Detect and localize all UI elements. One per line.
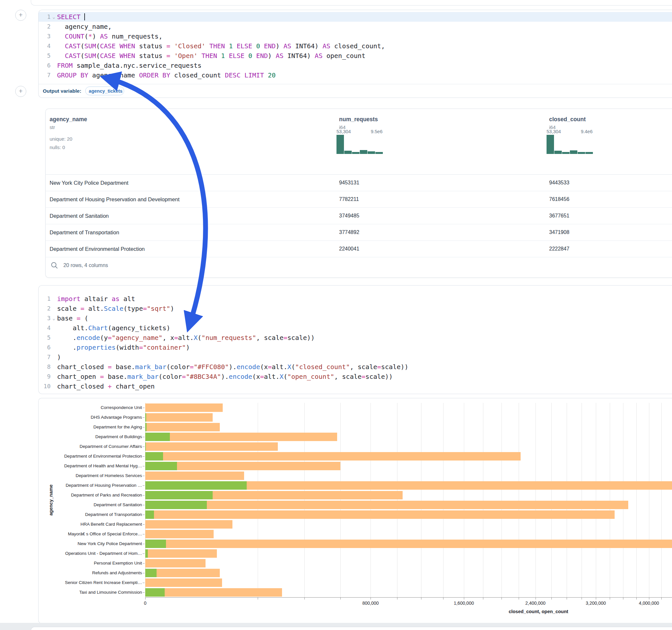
- code-line[interactable]: 2scale = alt.Scale(type="sqrt"): [39, 304, 672, 313]
- y-tick: [143, 466, 145, 466]
- chart-y-axis-title: agency_name: [48, 468, 55, 532]
- gridline: [567, 403, 567, 597]
- num-requests-cell: 3774892: [339, 224, 359, 240]
- line-number: 10: [39, 382, 51, 391]
- x-tick: [464, 598, 464, 600]
- line-number: 8: [39, 362, 51, 372]
- code-text: .encode(y="agency_name", x=alt.X("num_re…: [57, 333, 315, 343]
- agency-name-cell: Department of Sanitation: [50, 208, 109, 224]
- code-line[interactable]: 7): [39, 352, 672, 362]
- column-header-closed-count[interactable]: closed_count i64: [549, 116, 586, 130]
- open-count-bar: [145, 491, 213, 500]
- gutter-spacer: [51, 352, 57, 362]
- x-tick: [551, 598, 552, 600]
- line-number: 6: [39, 60, 51, 70]
- category-label: New York City Police Department: [39, 539, 142, 549]
- add-cell-button-top[interactable]: +: [15, 10, 26, 21]
- x-tick: [258, 598, 258, 600]
- table-row: New York City Police Department945313194…: [46, 175, 672, 191]
- y-tick: [143, 515, 145, 515]
- closed-count-bar: [145, 539, 672, 548]
- text-cursor: [84, 13, 85, 20]
- x-tick-label: 3,200,000: [586, 601, 606, 606]
- gridline: [443, 403, 443, 597]
- agency-name-cell: New York City Police Department: [50, 175, 128, 191]
- fold-chevron-icon[interactable]: ⌄: [51, 12, 57, 22]
- x-tick-label: 800,000: [362, 601, 379, 606]
- open-count-bar: [145, 413, 146, 421]
- line-number: 6: [39, 343, 51, 352]
- num-requests-cell: 3749485: [339, 208, 359, 224]
- code-text: chart_closed = base.mark_bar(color="#FFC…: [57, 362, 408, 372]
- chart-output: Correspondence UnitDHS Advantage Program…: [38, 398, 672, 624]
- code-line[interactable]: 1⌄SELECT: [39, 12, 672, 22]
- closed-count-bar: [145, 559, 206, 567]
- category-label: Department of Consumer Affairs: [39, 442, 142, 452]
- code-line[interactable]: 4 alt.Chart(agency_tickets): [39, 323, 672, 333]
- sql-cell[interactable]: 1⌄SELECT 2 agency_name,3 COUNT(*) AS num…: [38, 10, 672, 98]
- code-line[interactable]: 3 COUNT(*) AS num_requests,: [39, 31, 672, 41]
- code-line[interactable]: 10chart_closed + chart_open: [39, 382, 672, 391]
- table-footer: 20 rows, 4 columns: [50, 261, 108, 273]
- histogram-bar: [554, 151, 562, 154]
- chart-x-axis-title: closed_count, open_count: [509, 609, 568, 614]
- column-header-agency-name[interactable]: agency_name str: [50, 116, 87, 130]
- code-line[interactable]: 5 .encode(y="agency_name", x=alt.X("num_…: [39, 333, 672, 343]
- x-tick: [567, 598, 567, 600]
- gridline: [258, 403, 258, 597]
- histogram-bar: [368, 151, 375, 154]
- sql-code-editor[interactable]: 1⌄SELECT 2 agency_name,3 COUNT(*) AS num…: [39, 10, 672, 80]
- y-axis-line: [145, 403, 146, 597]
- line-number: 1: [39, 294, 51, 304]
- x-tick: [340, 598, 341, 600]
- search-icon[interactable]: [50, 261, 59, 270]
- code-line[interactable]: 3⌄base = (: [39, 313, 672, 323]
- open-count-bar: [145, 481, 247, 490]
- x-tick: [502, 598, 502, 600]
- code-line[interactable]: 6 .properties(width="container"): [39, 343, 672, 352]
- closed-count-cell: 2222847: [549, 241, 569, 257]
- closed-count-bar: [145, 471, 244, 480]
- column-stats: unique: 20 nulls: 0: [50, 135, 72, 152]
- histogram-bar: [376, 152, 383, 154]
- closed-count-cell: 3677651: [549, 208, 569, 224]
- python-code-editor[interactable]: 1import altair as alt2scale = alt.Scale(…: [39, 286, 672, 391]
- output-variable-pill[interactable]: agency_tickets: [85, 87, 124, 95]
- x-tick: [421, 598, 422, 600]
- code-text: CAST(SUM(CASE WHEN status = 'Closed' THE…: [57, 41, 385, 51]
- column-header-num-requests[interactable]: num_requests i64: [339, 116, 378, 130]
- closed-count-cell: 7618456: [549, 191, 569, 208]
- code-line[interactable]: 6FROM sample_data.nyc.service_requests: [39, 60, 672, 70]
- add-cell-button-middle[interactable]: +: [15, 86, 26, 97]
- agency-name-cell: Department of Environmental Protection: [50, 241, 145, 257]
- code-line[interactable]: 7GROUP BY agency_name ORDER BY closed_co…: [39, 70, 672, 80]
- line-number: 7: [39, 352, 51, 362]
- histogram-bar: [352, 152, 360, 154]
- x-tick-label: 1,600,000: [454, 601, 474, 606]
- code-line[interactable]: 9chart_open = base.mark_bar(color="#8BC3…: [39, 372, 672, 382]
- closed-count-cell: 9443533: [549, 175, 569, 191]
- code-text: CAST(SUM(CASE WHEN status = 'Open' THEN …: [57, 51, 365, 60]
- closed-count-bar: [145, 413, 213, 421]
- y-tick: [143, 456, 145, 457]
- y-tick: [143, 563, 145, 563]
- table-row: Department of Sanitation37494853677651: [46, 208, 672, 224]
- python-cell[interactable]: 1import altair as alt2scale = alt.Scale(…: [38, 285, 672, 394]
- code-line[interactable]: 4 CAST(SUM(CASE WHEN status = 'Closed' T…: [39, 41, 672, 51]
- code-line[interactable]: 1import altair as alt: [39, 294, 672, 304]
- code-line[interactable]: 5 CAST(SUM(CASE WHEN status = 'Open' THE…: [39, 51, 672, 60]
- category-label: Taxi and Limousine Commission: [39, 587, 142, 597]
- category-label: Operations Unit - Department of Hom…: [39, 549, 142, 558]
- code-text: agency_name,: [57, 22, 112, 31]
- closed-count-bar: [145, 520, 233, 529]
- histogram-bar: [570, 150, 577, 154]
- y-tick: [143, 534, 145, 534]
- open-count-bar: [145, 452, 163, 461]
- line-number: 5: [39, 333, 51, 343]
- code-line[interactable]: 8chart_closed = base.mark_bar(color="#FF…: [39, 362, 672, 372]
- fold-chevron-icon[interactable]: ⌄: [51, 313, 57, 323]
- histogram-bar: [344, 151, 352, 154]
- agency-name-cell: Department of Housing Preservation and D…: [50, 191, 179, 208]
- gutter-spacer: [51, 382, 57, 391]
- code-line[interactable]: 2 agency_name,: [39, 22, 672, 31]
